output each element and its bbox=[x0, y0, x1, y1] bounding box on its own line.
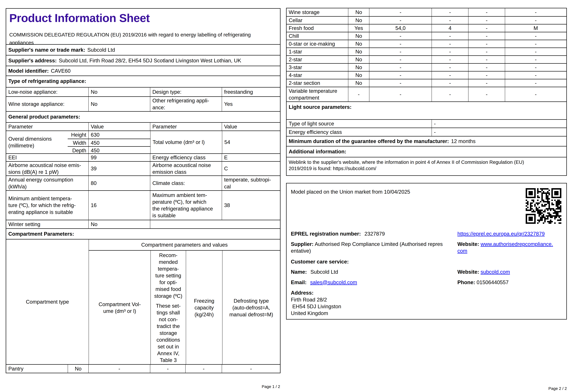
info-box: Model placed on the Union market from 10… bbox=[286, 183, 567, 320]
cell-label: Airborne acoustical noise emis- sions (d… bbox=[6, 162, 88, 175]
light-energy-class-value: - bbox=[432, 128, 566, 136]
table-row: 2-star section No - - - - bbox=[286, 79, 566, 87]
eprel-link[interactable]: https://eprel.ec.europa.eu/qr/2327879 bbox=[457, 230, 545, 237]
dimensions-subtable: Height 630 Width 450 Depth 450 bbox=[68, 131, 150, 153]
compartment-freezing-cell: - bbox=[468, 64, 505, 71]
general-section-title: General product parameters: bbox=[8, 113, 80, 120]
row-freezing: - bbox=[486, 33, 488, 39]
compartment-defrost-cell: - bbox=[505, 79, 566, 87]
additional-section-title: Additional information: bbox=[289, 148, 346, 155]
light-source-type-value: - bbox=[432, 120, 566, 127]
total-volume-value: 54 bbox=[224, 139, 230, 145]
compartment-yn-cell: No bbox=[348, 40, 369, 47]
noise-emissions-value: 39 bbox=[91, 165, 97, 172]
width-label: Width bbox=[73, 140, 86, 146]
table-row: Minimum ambient tempera- ture (ºC), for … bbox=[6, 190, 280, 220]
table-row: Annual energy consumption (kWh/a) 80 Cli… bbox=[6, 175, 280, 190]
supplier-label: Supplier: bbox=[291, 241, 314, 247]
table-row: Wine storage No - - - - bbox=[286, 8, 566, 16]
compartment-volume-cell: - bbox=[369, 40, 432, 47]
page-2-footer-text: Page 2 / 2 bbox=[548, 386, 567, 391]
cell-label: Maximum ambient tem- perature (ºC), for … bbox=[150, 191, 222, 220]
email-link[interactable]: sales@subcold.com bbox=[310, 280, 357, 285]
row-defrost: - bbox=[535, 56, 537, 63]
compartment-temp-cell: - bbox=[432, 8, 468, 16]
row-volume: - bbox=[400, 56, 401, 63]
row-freezing: - bbox=[486, 40, 488, 47]
compartment-volume-header-text: Compartment Vol- ume (dm³ or l) bbox=[99, 301, 141, 314]
compartment-section-row: Compartment Parameters: bbox=[6, 228, 280, 239]
dimension-key: Width bbox=[68, 139, 88, 147]
freezing-capacity-header-text: Freezing capacity (kg/24h) bbox=[194, 297, 214, 318]
row-temp: - bbox=[449, 33, 451, 39]
supplier-address-value: Subcold Ltd, Firth Road 28/2, EH54 5DJ S… bbox=[59, 57, 241, 64]
cell-value: 38 bbox=[222, 191, 280, 220]
care-website-link[interactable]: subcold.com bbox=[481, 269, 510, 275]
compartment-freezing-cell: - bbox=[468, 8, 505, 16]
row-temp: - bbox=[449, 9, 451, 15]
light-energy-class-value-text: - bbox=[434, 129, 436, 135]
compartment-freezing-cell: - bbox=[468, 71, 505, 79]
light-energy-class-cell: Energy efficiency class bbox=[286, 128, 432, 136]
row-label: Fresh food bbox=[289, 25, 314, 31]
row-defrost: - bbox=[535, 40, 537, 47]
cell-value: 99 bbox=[88, 154, 150, 161]
eprel-label: EPREL registration number: bbox=[291, 231, 361, 237]
row-label: 3-star bbox=[289, 64, 302, 71]
row-temp: 4 bbox=[449, 25, 451, 31]
row-label: 2-star bbox=[289, 56, 302, 63]
care-name-label: Name: bbox=[291, 269, 307, 275]
row-label: Variable temperature compartment bbox=[289, 87, 337, 101]
row-freezing: - bbox=[486, 25, 488, 31]
supplier-name-row: Supplier's name or trade mark: Subcold L… bbox=[6, 44, 280, 55]
design-type-value: freestanding bbox=[224, 88, 253, 95]
page-title-text: Product Information Sheet bbox=[9, 12, 150, 24]
compartment-defrost-cell: - bbox=[505, 87, 566, 101]
row-yn: No bbox=[355, 33, 362, 39]
row-volume: - bbox=[400, 80, 401, 86]
compartment-name-cell: Chill bbox=[286, 32, 348, 40]
cell-value: 16 bbox=[88, 191, 150, 220]
care-website-label: Website: bbox=[457, 269, 479, 275]
cell-label: Winter setting bbox=[6, 220, 88, 228]
weblink-cell: Weblink to the supplier's website, where… bbox=[286, 157, 566, 175]
table-row: Wine storage appliance: No Other refrige… bbox=[6, 96, 280, 111]
other-appliance-label: Other refrigerating appli- ance: bbox=[152, 97, 209, 111]
compartment-span-header: Compartment parameters and values bbox=[89, 239, 280, 250]
annual-energy-label: Annual energy consumption (kWh/a) bbox=[8, 176, 73, 190]
row-temp: - bbox=[449, 56, 451, 63]
compartment-temp-cell: - bbox=[432, 32, 468, 40]
table-row: 4-star No - - - - bbox=[286, 71, 566, 79]
model-identifier-row: Model identifier: CAVE60 bbox=[6, 66, 280, 76]
row-freezing: - bbox=[486, 56, 488, 63]
compartment-temp-cell: - bbox=[432, 64, 468, 71]
noise-class-value: C bbox=[224, 165, 228, 172]
low-noise-label: Low-noise appliance: bbox=[8, 88, 58, 95]
cell-label: Energy efficiency class bbox=[150, 154, 222, 161]
row-freezing: - bbox=[486, 9, 488, 15]
width-value: 450 bbox=[91, 140, 99, 146]
compartment-temp-cell: - bbox=[432, 87, 468, 101]
customer-care-title: Customer care service: bbox=[291, 259, 349, 265]
row-label: 4-star bbox=[289, 72, 302, 79]
compartment-temp-cell: - bbox=[432, 40, 468, 47]
cell-value: freestanding bbox=[222, 87, 280, 96]
general-section-row: General product parameters: bbox=[6, 111, 280, 122]
empty-cell bbox=[150, 220, 280, 228]
row-volume: - bbox=[400, 48, 401, 55]
compartment-volume-cell: - bbox=[369, 64, 432, 71]
guarantee-cell: Minimum duration of the guarantee offere… bbox=[286, 137, 566, 146]
row-defrost: - bbox=[535, 64, 537, 71]
compartment-volume-cell: 54,0 bbox=[369, 25, 432, 32]
table-row: 2-star No - - - - bbox=[286, 55, 566, 63]
table-row: Width 450 bbox=[68, 139, 150, 146]
cell-value: temperate, subtropi- cal bbox=[222, 176, 280, 190]
supplier-address-label: Supplier's address: bbox=[8, 57, 57, 64]
min-ambient-value: 16 bbox=[91, 202, 97, 209]
compartment-defrost-cell: - bbox=[222, 365, 280, 373]
row-freezing: - bbox=[486, 64, 488, 71]
light-source-type-value-text: - bbox=[434, 120, 436, 127]
row-yn: No bbox=[355, 40, 362, 47]
table-row: Depth 450 bbox=[68, 146, 150, 154]
table-row: Height 630 bbox=[68, 131, 150, 139]
